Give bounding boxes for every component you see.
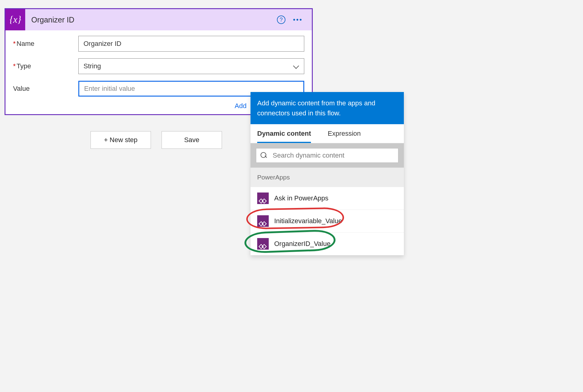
tab-expression[interactable]: Expression (328, 130, 361, 143)
new-step-button[interactable]: + New step (90, 131, 151, 149)
chevron-down-icon (293, 63, 299, 69)
card-header: {x} Organizer ID ? ••• (5, 9, 312, 30)
tab-dynamic-content[interactable]: Dynamic content (257, 130, 311, 143)
dynamic-search (256, 148, 398, 163)
dynamic-item-initvar[interactable]: Initializevariable_Value (251, 210, 404, 233)
dynamic-search-input[interactable] (273, 152, 394, 159)
dynamic-item-ask[interactable]: Ask in PowerApps (251, 187, 404, 210)
variable-icon: {x} (5, 9, 25, 30)
card-title: Organizer ID (25, 15, 277, 24)
name-input[interactable]: Organizer ID (78, 36, 304, 52)
dynamic-item-label: OrganizerID_Value (274, 240, 330, 248)
dynamic-item-label: Ask in PowerApps (274, 194, 329, 202)
dynamic-content-panel: Add dynamic content from the apps and co… (251, 92, 404, 255)
dynamic-content-header: Add dynamic content from the apps and co… (251, 92, 404, 124)
type-label: *Type (13, 62, 78, 70)
card-body: *Name Organizer ID *Type String Value (5, 30, 312, 101)
bottom-buttons: + New step Save (90, 131, 222, 149)
value-label: Value (13, 85, 78, 93)
powerapps-icon (257, 193, 269, 204)
name-label: *Name (13, 40, 78, 48)
ellipsis-icon[interactable]: ••• (293, 16, 303, 24)
dynamic-item-orgid[interactable]: OrganizerID_Value (251, 233, 404, 255)
dynamic-tabs: Dynamic content Expression (251, 124, 404, 143)
form-row-type: *Type String (13, 58, 304, 74)
help-icon[interactable]: ? (277, 15, 285, 24)
powerapps-icon (257, 215, 269, 227)
dynamic-item-label: Initializevariable_Value (274, 217, 342, 225)
powerapps-icon (257, 238, 269, 250)
save-button[interactable]: Save (162, 131, 222, 149)
dynamic-group-header: PowerApps (251, 168, 404, 187)
type-select[interactable]: String (78, 58, 304, 74)
form-row-name: *Name Organizer ID (13, 36, 304, 52)
search-icon (261, 152, 267, 159)
dynamic-search-wrap (251, 143, 404, 168)
